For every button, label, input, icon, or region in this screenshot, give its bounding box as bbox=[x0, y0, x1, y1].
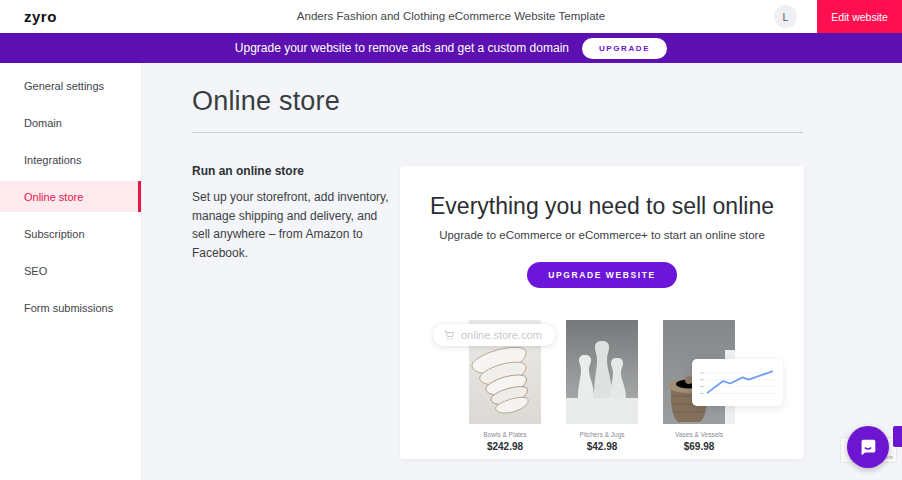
sidebar-item-seo[interactable]: SEO bbox=[0, 255, 141, 286]
chat-side-tab[interactable] bbox=[893, 426, 902, 447]
sidebar-item-online-store[interactable]: Online store bbox=[0, 181, 141, 212]
sidebar-item-subscription[interactable]: Subscription bbox=[0, 218, 141, 249]
main-content: Online store Run an online store Set up … bbox=[142, 63, 902, 480]
title-divider bbox=[192, 132, 803, 133]
chat-bubble-icon bbox=[857, 436, 879, 458]
info-description: Set up your storefront, add inventory, m… bbox=[192, 188, 397, 262]
account-avatar[interactable]: L bbox=[774, 5, 797, 28]
info-column: Run an online store Set up your storefro… bbox=[192, 164, 397, 262]
sidebar-item-integrations[interactable]: Integrations bbox=[0, 144, 141, 175]
banner-message: Upgrade your website to remove ads and g… bbox=[235, 41, 569, 55]
sidebar-item-form-submissions[interactable]: Form submissions bbox=[0, 292, 141, 323]
sales-chart-card bbox=[692, 359, 783, 406]
top-bar: zyro Anders Fashion and Clothing eCommer… bbox=[0, 0, 902, 33]
product-card: Pitchers & Jugs $42.98 bbox=[566, 320, 638, 452]
edit-website-button[interactable]: Edit website bbox=[817, 0, 902, 33]
info-title: Run an online store bbox=[192, 164, 397, 178]
upgrade-website-button[interactable]: UPGRADE WEBSITE bbox=[527, 262, 677, 288]
product-name: Pitchers & Jugs bbox=[566, 431, 638, 438]
product-name: Bowls & Plates bbox=[469, 431, 541, 438]
cart-icon bbox=[443, 329, 455, 341]
upsell-subtitle: Upgrade to eCommerce or eCommerce+ to st… bbox=[400, 229, 804, 241]
pitchers-product-image bbox=[566, 320, 638, 424]
sidebar-item-domain[interactable]: Domain bbox=[0, 107, 141, 138]
app-window: zyro Anders Fashion and Clothing eCommer… bbox=[0, 0, 902, 480]
upgrade-banner: Upgrade your website to remove ads and g… bbox=[0, 33, 902, 63]
store-url-pill: online.store.com bbox=[433, 324, 555, 346]
chat-launcher-button[interactable] bbox=[847, 426, 889, 468]
site-template-title: Anders Fashion and Clothing eCommerce We… bbox=[150, 10, 752, 22]
product-name: Vases & Vessels bbox=[663, 431, 735, 438]
store-url-text: online.store.com bbox=[461, 329, 542, 341]
sparkline bbox=[700, 365, 776, 402]
upsell-title: Everything you need to sell online bbox=[400, 193, 804, 220]
page-title: Online store bbox=[192, 86, 902, 117]
product-price: $69.98 bbox=[663, 441, 735, 452]
settings-sidebar: General settings Domain Integrations Onl… bbox=[0, 63, 142, 480]
product-price: $42.98 bbox=[566, 441, 638, 452]
product-price: $242.98 bbox=[469, 441, 541, 452]
zyro-logo[interactable]: zyro bbox=[24, 8, 57, 25]
banner-upgrade-button[interactable]: UPGRADE bbox=[582, 38, 667, 59]
ecommerce-upsell-card: Everything you need to sell online Upgra… bbox=[400, 166, 804, 459]
sidebar-item-general-settings[interactable]: General settings bbox=[0, 70, 141, 101]
